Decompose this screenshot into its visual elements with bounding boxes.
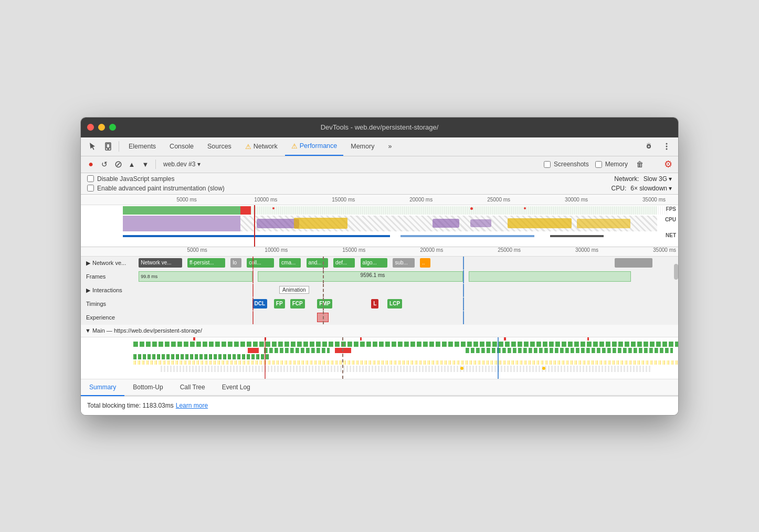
memory-checkbox-label[interactable]: Memory [595, 161, 628, 168]
ruler-mark-5000: 5000 ms [176, 197, 196, 203]
learn-more-link[interactable]: Learn more [176, 402, 208, 409]
network-row: ▶ Network ve... Network ve... ff-persist… [81, 257, 678, 270]
delete-recording-button[interactable]: 🗑 [634, 158, 646, 170]
minimize-button[interactable] [98, 124, 105, 131]
options-right: Network: Slow 3G ▾ CPU: 6× slowdown ▾ [612, 175, 672, 192]
enable-advanced-paint-checkbox[interactable] [87, 185, 94, 191]
main-content-area[interactable]: 5000 ms 10000 ms 15000 ms 20000 ms 25000… [81, 247, 678, 379]
frames-label: Frames [81, 273, 133, 280]
flame-marker-5 [587, 337, 589, 341]
secondary-toolbar: ● ↺ ⊘ ▲ ▼ web.dev #3 ▾ Screenshots Memor… [81, 156, 678, 173]
secondary-separator [155, 159, 156, 169]
bottom-tabs: Summary Bottom-Up Call Tree Event Log [81, 379, 678, 396]
performance-warning-icon: ⚠ [291, 142, 298, 150]
settings-button[interactable] [641, 139, 656, 154]
timing-dcl: DCL [252, 299, 268, 308]
disable-js-samples-checkbox[interactable] [87, 175, 94, 182]
ruler-mark-10000: 10000 ms [254, 197, 277, 203]
network-speed-dropdown[interactable]: Slow 3G ▾ [644, 175, 672, 183]
screenshots-checkbox-label[interactable]: Screenshots [544, 161, 589, 168]
network-chip-5[interactable]: cma... [279, 258, 301, 268]
main-thread-header[interactable]: ▼ Main — https://web.dev/persistent-stor… [81, 325, 678, 337]
network-warning-icon: ⚠ [245, 143, 251, 151]
main-ruler-10000: 10000 ms [265, 247, 288, 253]
close-button[interactable] [87, 124, 94, 131]
tab-event-log[interactable]: Event Log [214, 379, 259, 396]
experience-content[interactable] [133, 311, 674, 324]
device-icon[interactable] [101, 139, 115, 154]
cpu-slowdown-dropdown[interactable]: 6× slowdown ▾ [630, 185, 672, 192]
timing-fmp: FMP [317, 299, 332, 308]
timing-fp: FP [274, 299, 285, 308]
inspect-icon[interactable] [85, 139, 100, 154]
maximize-button[interactable] [109, 124, 116, 131]
devtools-window: DevTools - web.dev/persistent-storage/ E… [80, 117, 679, 416]
net-label: NET [666, 232, 676, 238]
window-controls [87, 124, 116, 131]
tab-elements[interactable]: Elements [122, 137, 162, 156]
enable-advanced-paint-row: Enable advanced paint instrumentation (s… [87, 185, 225, 192]
flame-chart[interactable] [81, 337, 678, 379]
disable-js-samples-label[interactable]: Disable JavaScript samples [87, 175, 174, 183]
performance-settings-button[interactable]: ⚙ [662, 158, 674, 170]
network-chip-3[interactable]: lo [230, 258, 241, 268]
network-chip-4[interactable]: coll... [247, 258, 274, 268]
network-row-content[interactable]: Network ve... ff-persist... lo coll... c… [133, 257, 674, 270]
record-button[interactable]: ● [85, 158, 97, 170]
timing-lcp: LCP [387, 299, 402, 308]
animation-badge: Animation [279, 286, 309, 294]
flame-marker-3 [360, 337, 362, 341]
timings-content[interactable]: DCL FP FCP FMP L LCP [133, 297, 674, 311]
network-chip-11[interactable] [615, 258, 652, 268]
enable-advanced-paint-label[interactable]: Enable advanced paint instrumentation (s… [87, 185, 225, 192]
network-chip-1[interactable]: Network ve... [139, 258, 182, 268]
network-chip-8[interactable]: algo... [361, 258, 388, 268]
screenshots-checkbox[interactable] [544, 161, 551, 168]
experience-label: Experience [81, 314, 133, 321]
timing-fcp: FCP [290, 299, 305, 308]
network-chip-2[interactable]: ff-persist... [187, 258, 225, 268]
timings-row: Timings DCL FP FCP FMP L LCP [81, 297, 678, 311]
import-button[interactable]: ▲ [126, 158, 138, 170]
network-chip-7[interactable]: def... [333, 258, 355, 268]
main-ruler-30000: 30000 ms [575, 247, 598, 253]
options-left: Disable JavaScript samples Enable advanc… [87, 175, 225, 192]
profile-selector[interactable]: web.dev #3 ▾ [160, 159, 204, 169]
frames-content[interactable]: 99.8 ms 9596.1 ms [133, 270, 674, 283]
network-speed-row: Network: Slow 3G ▾ [614, 175, 672, 183]
status-bar: Total blocking time: 1183.03ms Learn mor… [81, 396, 678, 415]
network-chip-6[interactable]: and... [307, 258, 328, 268]
overview-timeline[interactable]: 5000 ms 10000 ms 15000 ms 20000 ms 25000… [81, 195, 678, 247]
memory-checkbox[interactable] [595, 161, 602, 168]
tab-network[interactable]: ⚠ Network [239, 137, 284, 156]
main-ruler-5000: 5000 ms [187, 247, 207, 253]
clear-button[interactable]: ⊘ [112, 158, 124, 170]
yellow-dot-1 [460, 367, 463, 370]
ruler-mark-20000: 20000 ms [409, 197, 433, 203]
toolbar-right [641, 139, 674, 154]
tab-performance[interactable]: ⚠ Performance [285, 137, 344, 156]
interactions-row: ▶ Interactions Animation [81, 284, 678, 297]
options-bar: Disable JavaScript samples Enable advanc… [81, 173, 678, 195]
tab-more[interactable]: » [382, 137, 398, 156]
svg-point-5 [666, 148, 668, 150]
network-chip-9[interactable]: sub... [393, 258, 414, 268]
tab-sources[interactable]: Sources [201, 137, 238, 156]
export-button[interactable]: ▼ [140, 158, 151, 170]
tab-bottom-up[interactable]: Bottom-Up [124, 379, 171, 396]
main-ruler: 5000 ms 10000 ms 15000 ms 20000 ms 25000… [81, 247, 678, 257]
interactions-label: ▶ Interactions [81, 287, 133, 294]
frame-block-1: 99.8 ms [139, 271, 252, 282]
cpu-label: CPU [665, 217, 676, 222]
tab-summary[interactable]: Summary [81, 379, 124, 396]
reload-button[interactable]: ↺ [99, 158, 110, 170]
network-chip-10[interactable]: .. [420, 258, 431, 268]
tab-call-tree[interactable]: Call Tree [172, 379, 214, 396]
cpu-slowdown-row: CPU: 6× slowdown ▾ [612, 185, 672, 192]
more-options-button[interactable] [659, 139, 674, 154]
interactions-content[interactable]: Animation [133, 284, 674, 297]
tab-memory[interactable]: Memory [344, 137, 381, 156]
experience-row: Experience [81, 311, 678, 325]
tab-console[interactable]: Console [163, 137, 200, 156]
main-ruler-20000: 20000 ms [420, 247, 443, 253]
